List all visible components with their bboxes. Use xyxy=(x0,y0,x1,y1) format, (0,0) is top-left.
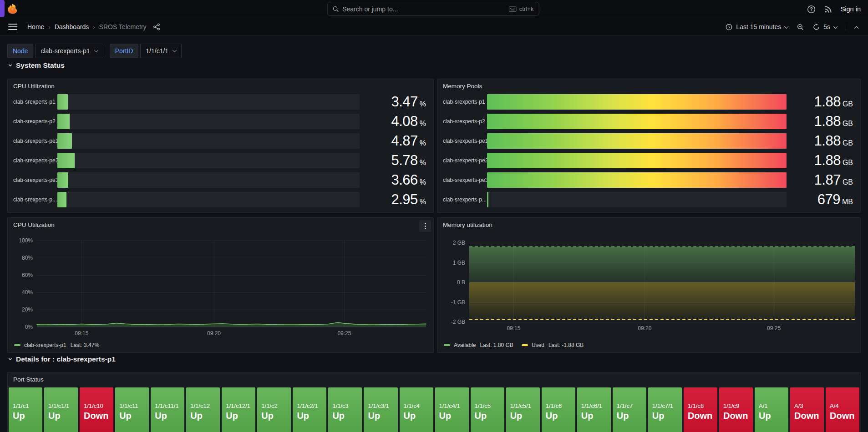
gauge-value-number: 2.95 xyxy=(391,191,417,208)
port-name: 1/1/c5/1 xyxy=(510,402,537,409)
gauge-value-unit: GB xyxy=(843,159,853,167)
gauge-bar xyxy=(57,192,66,207)
time-range-picker[interactable]: Last 15 minutes xyxy=(721,20,792,33)
gauge-value-number: 4.87 xyxy=(391,133,417,149)
y-axis-tick-label: 1 GB xyxy=(453,260,465,266)
y-axis-tick-label: 0 B xyxy=(457,279,465,286)
port-name: 1/1/c3 xyxy=(332,402,359,409)
menu-toggle-icon[interactable] xyxy=(8,24,17,30)
variable-portid: PortID1/1/c1/1 xyxy=(110,44,182,58)
gauge-track xyxy=(487,133,787,149)
legend-swatch xyxy=(444,344,450,346)
memory-legend: AvailableLast: 1.80 GBUsedLast: -1.88 GB xyxy=(444,342,584,348)
panel-title[interactable]: CPU Utilization xyxy=(13,221,55,228)
share-dashboard-icon[interactable] xyxy=(153,23,160,30)
panel-title[interactable]: Memory Pools xyxy=(443,83,482,90)
section-system-status[interactable]: System Status xyxy=(8,61,65,70)
section-details[interactable]: Details for : clab-srexperts-p1 xyxy=(8,355,116,363)
gauge-bar xyxy=(57,94,68,110)
port-state: Down xyxy=(794,411,821,421)
gauge-value-number: 1.88 xyxy=(814,133,841,149)
variable-value-dropdown[interactable]: 1/1/c1/1 xyxy=(140,44,182,58)
port-name: 1/1/c3/1 xyxy=(368,402,395,409)
breadcrumb: Home›Dashboards›SROS Telemetry xyxy=(27,23,147,30)
port-tile-1-1-c10: 1/1/c10Down xyxy=(80,387,113,432)
port-name: 1/1/c2/1 xyxy=(297,402,324,409)
legend-item[interactable]: UsedLast: -1.88 GB xyxy=(522,342,584,348)
port-tile-1-1-c3-1: 1/1/c3/1Up xyxy=(364,387,397,432)
gauge-value-number: 4.08 xyxy=(391,113,417,130)
gauge-row-label: clab-srexperts-p1 xyxy=(443,99,487,105)
zoom-out-button[interactable] xyxy=(793,21,808,33)
gauge-row-label: clab-srexperts-pe3 xyxy=(443,177,487,183)
gauge-value-unit: % xyxy=(420,120,426,128)
port-tile-A-3: A/3Down xyxy=(790,387,824,432)
port-name: 1/1/c9 xyxy=(723,402,750,409)
chevron-down-icon xyxy=(8,355,13,363)
breadcrumb-separator: › xyxy=(48,24,50,30)
collapse-controls-button[interactable] xyxy=(851,23,862,31)
cpu-legend: clab-srexperts-p1Last: 3.47% xyxy=(14,342,99,348)
chevron-down-icon xyxy=(94,48,98,52)
legend-item[interactable]: clab-srexperts-p1Last: 3.47% xyxy=(14,342,99,348)
port-name: 1/1/c7/1 xyxy=(652,402,679,409)
help-icon[interactable]: ? xyxy=(807,5,816,14)
breadcrumb-item-dashboards[interactable]: Dashboards xyxy=(55,23,89,30)
panel-memory-pools-gauge: Memory Pools clab-srexperts-p11.88GBclab… xyxy=(437,79,861,213)
port-state: Up xyxy=(226,411,253,421)
skip-link-accent xyxy=(0,0,5,17)
variable-value-dropdown[interactable]: clab-srexperts-p1 xyxy=(35,44,103,58)
legend-item[interactable]: AvailableLast: 1.80 GB xyxy=(444,342,513,348)
gauge-value: 1.88GB xyxy=(787,133,853,149)
port-tile-1-1-c9: 1/1/c9Down xyxy=(719,387,753,432)
gauge-value-unit: % xyxy=(420,139,426,147)
panel-title[interactable]: Port Status xyxy=(13,376,44,383)
gauge-value: 1.88GB xyxy=(787,152,853,169)
y-axis-tick-label: 0% xyxy=(25,324,33,330)
gauge-value-number: 1.88 xyxy=(814,152,841,169)
legend-last-value: Last: 1.80 GB xyxy=(480,342,513,348)
port-name: 1/1/c12/1 xyxy=(226,402,253,409)
refresh-interval-picker[interactable]: 5s xyxy=(822,20,841,33)
gauge-row: clab-srexperts-p11.88GB xyxy=(443,94,853,110)
port-tile-A-4: A/4Down xyxy=(826,387,859,432)
port-state: Up xyxy=(155,411,182,421)
grafana-logo-icon[interactable] xyxy=(7,3,18,15)
y-axis-tick-label: 2 GB xyxy=(453,240,465,246)
cpu-plot-area[interactable]: 100%80%60%40%20%0%09:1509:2009:25 xyxy=(37,241,426,327)
breadcrumb-item-home[interactable]: Home xyxy=(27,23,44,30)
gauge-bar xyxy=(487,172,787,188)
panel-title[interactable]: Memory utilization xyxy=(443,221,492,228)
gauge-value-number: 679 xyxy=(817,191,840,208)
gridline xyxy=(469,322,855,322)
sign-in-button[interactable]: Sign in xyxy=(841,5,861,13)
gauge-row: clab-srexperts-p21.88GB xyxy=(443,114,853,129)
chevron-down-icon xyxy=(8,61,13,70)
port-name: A/4 xyxy=(830,402,857,409)
panel-title[interactable]: CPU Utilization xyxy=(13,83,55,90)
variable-node: Nodeclab-srexperts-p1 xyxy=(7,44,103,58)
legend-last-value: Last: -1.88 GB xyxy=(548,342,584,348)
news-rss-icon[interactable] xyxy=(824,5,832,13)
gauge-value-number: 1.88 xyxy=(814,113,841,130)
gauge-value-unit: GB xyxy=(843,120,853,128)
gauge-value: 679MB xyxy=(787,191,853,208)
search-input[interactable]: Search or jump to... ctrl+k xyxy=(327,2,539,16)
gauge-track xyxy=(57,114,360,129)
panel-menu-icon[interactable] xyxy=(419,220,431,232)
variable-value: 1/1/c1/1 xyxy=(146,47,168,55)
memory-plot-area[interactable]: 2 GB1 GB0 B-1 GB-2 GB09:1509:2009:25 xyxy=(469,243,855,322)
port-state: Up xyxy=(617,411,644,421)
legend-swatch xyxy=(522,344,528,346)
gauge-value-number: 3.66 xyxy=(391,172,417,188)
gauge-row-label: clab-srexperts-pe1 xyxy=(443,138,487,144)
gauge-row: clab-srexperts-pe31.87GB xyxy=(443,172,853,188)
refresh-button[interactable] xyxy=(809,21,822,33)
topbar: Search or jump to... ctrl+k ? Sign i xyxy=(0,0,868,18)
gauge-track xyxy=(57,153,360,168)
gauge-bar xyxy=(57,153,75,168)
keyboard-icon xyxy=(509,6,517,12)
gauge-value-number: 3.47 xyxy=(391,94,417,110)
port-name: 1/1/c11/1 xyxy=(155,402,182,409)
section-title: System Status xyxy=(16,61,65,70)
